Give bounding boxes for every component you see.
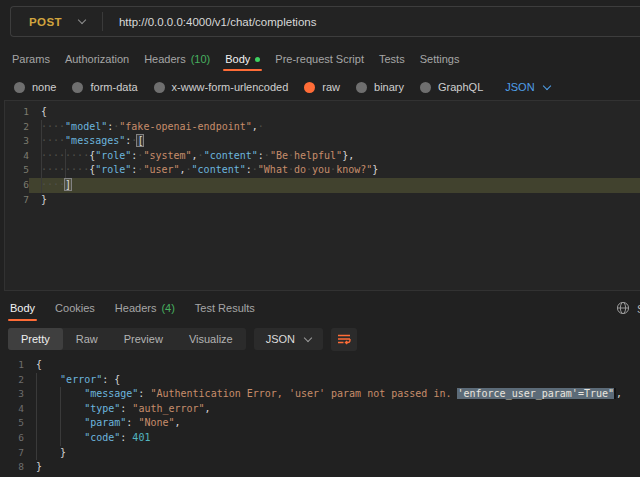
- code-line[interactable]: 2 "error": {: [0, 373, 640, 388]
- indent-guide: [60, 416, 61, 431]
- indent-guide: [36, 446, 37, 461]
- response-tabs: Body Cookies Headers (4) Test Results: [10, 296, 640, 320]
- view-pretty[interactable]: Pretty: [8, 328, 63, 350]
- code-content: {: [24, 358, 640, 373]
- indent-guide: [41, 134, 42, 149]
- tab-label: Headers: [144, 53, 186, 65]
- code-line[interactable]: 6 "code": 401: [0, 431, 640, 446]
- tab-headers[interactable]: Headers (10): [144, 48, 210, 70]
- indent-guide: [41, 120, 42, 135]
- line-number: 6: [0, 431, 24, 446]
- code-line[interactable]: 1{: [5, 105, 640, 120]
- radio-label: x-www-form-urlencoded: [172, 81, 289, 93]
- request-tabs: Params Authorization Headers (10) Body P…: [12, 48, 640, 70]
- code-line[interactable]: 5 "param": "None",: [0, 416, 640, 431]
- code-content: "error": {: [24, 373, 640, 388]
- tab-response-headers[interactable]: Headers (4): [115, 296, 175, 320]
- code-line[interactable]: 5········{"role":·"user",·"content":·"Wh…: [5, 163, 640, 178]
- response-view-switch: Pretty Raw Preview Visualize: [8, 328, 246, 350]
- wrap-text-icon: [337, 332, 352, 346]
- radio-icon: [72, 82, 83, 93]
- code-content: "message": "Authentication Error, 'user'…: [24, 387, 640, 402]
- code-line[interactable]: 3····"messages":·[: [5, 134, 640, 149]
- tab-response-body[interactable]: Body: [10, 296, 35, 320]
- line-number: 1: [5, 105, 29, 120]
- radio-icon: [356, 82, 367, 93]
- code-content: }: [24, 460, 640, 475]
- selected-text: 'enforce_user_param'=True": [457, 388, 614, 399]
- tab-label: Params: [12, 53, 50, 65]
- tab-params[interactable]: Params: [12, 48, 50, 70]
- tab-label: Tests: [379, 53, 405, 65]
- postman-app: POST http://0.0.0.0:4000/v1/chat/complet…: [0, 0, 640, 477]
- globe-icon[interactable]: [616, 301, 630, 315]
- tab-authorization[interactable]: Authorization: [65, 48, 129, 70]
- body-type-options: none form-data x-www-form-urlencoded raw…: [14, 77, 640, 97]
- radio-x-www-form-urlencoded[interactable]: x-www-form-urlencoded: [154, 81, 289, 93]
- code-line[interactable]: 1{: [0, 358, 640, 373]
- view-preview[interactable]: Preview: [111, 328, 176, 350]
- request-url-bar: POST http://0.0.0.0:4000/v1/chat/complet…: [10, 6, 640, 37]
- code-content: ········{"role":·"user",·"content":·"Wha…: [29, 163, 640, 178]
- tab-label: Test Results: [195, 302, 255, 314]
- code-line[interactable]: 4········{"role":·"system",·"content":·"…: [5, 149, 640, 164]
- radio-label: raw: [322, 81, 340, 93]
- response-language-selector[interactable]: JSON: [254, 328, 323, 350]
- code-content: "type": "auth_error",: [24, 402, 640, 417]
- response-body-editor[interactable]: 1{2 "error": {3 "message": "Authenticati…: [0, 356, 640, 477]
- radio-icon: [420, 82, 431, 93]
- url-input[interactable]: http://0.0.0.0:4000/v1/chat/completions: [103, 16, 317, 28]
- indent-guide: [36, 387, 37, 402]
- radio-raw[interactable]: raw: [304, 81, 340, 93]
- code-content: }: [24, 446, 640, 461]
- code-content: ········{"role":·"system",·"content":·"B…: [29, 149, 640, 164]
- indent-guide: [41, 178, 42, 193]
- code-line[interactable]: 3 "message": "Authentication Error, 'use…: [0, 387, 640, 402]
- tab-cookies[interactable]: Cookies: [55, 296, 95, 320]
- indent-guide: [65, 163, 66, 178]
- chevron-down-icon: [304, 333, 312, 341]
- chevron-down-icon: [78, 16, 86, 24]
- wrap-text-button[interactable]: [331, 328, 357, 351]
- tab-settings[interactable]: Settings: [420, 48, 460, 70]
- view-raw[interactable]: Raw: [63, 328, 111, 350]
- line-number: 5: [0, 416, 24, 431]
- code-content: "param": "None",: [24, 416, 640, 431]
- line-number: 5: [5, 163, 29, 178]
- radio-icon: [14, 82, 25, 93]
- radio-binary[interactable]: binary: [356, 81, 404, 93]
- response-toolbar: Pretty Raw Preview Visualize JSON: [8, 327, 357, 351]
- indent-guide: [60, 402, 61, 417]
- radio-label: GraphQL: [438, 81, 483, 93]
- tab-prerequest-script[interactable]: Pre-request Script: [275, 48, 364, 70]
- line-number: 3: [5, 134, 29, 149]
- tab-label: Authorization: [65, 53, 129, 65]
- line-number: 8: [0, 460, 24, 475]
- code-line[interactable]: 8}: [0, 460, 640, 475]
- radio-graphql[interactable]: GraphQL: [420, 81, 483, 93]
- code-line[interactable]: 7}: [5, 193, 640, 208]
- indent-guide: [60, 387, 61, 402]
- tab-test-results[interactable]: Test Results: [195, 296, 255, 320]
- tab-tests[interactable]: Tests: [379, 48, 405, 70]
- code-line[interactable]: 6····]: [5, 178, 640, 193]
- radio-none[interactable]: none: [14, 81, 56, 93]
- indent-guide: [41, 163, 42, 178]
- radio-selected-icon: [304, 82, 315, 93]
- method-selector[interactable]: POST: [11, 16, 102, 28]
- view-visualize[interactable]: Visualize: [176, 328, 246, 350]
- active-tab-underline: [8, 319, 37, 321]
- code-line[interactable]: 7 }: [0, 446, 640, 461]
- tab-label: Headers: [115, 302, 157, 314]
- request-body-editor[interactable]: 1{2····"model":·"fake-openai-endpoint",·…: [4, 100, 640, 291]
- code-line[interactable]: 4 "type": "auth_error",: [0, 402, 640, 417]
- code-line[interactable]: 2····"model":·"fake-openai-endpoint",·: [5, 120, 640, 135]
- tab-label: Body: [10, 302, 35, 314]
- method-label: POST: [29, 16, 62, 28]
- headers-count-badge: (10): [191, 53, 211, 65]
- request-language-selector[interactable]: JSON: [505, 81, 549, 93]
- radio-form-data[interactable]: form-data: [72, 81, 137, 93]
- line-number: 4: [0, 402, 24, 417]
- tab-label: Pre-request Script: [275, 53, 364, 65]
- tab-body[interactable]: Body: [225, 48, 260, 70]
